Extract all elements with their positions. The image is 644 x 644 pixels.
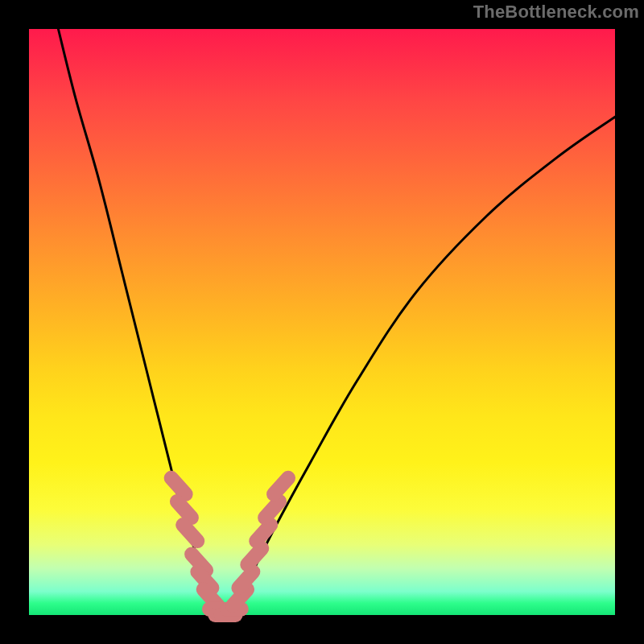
- watermark-text: TheBottleneck.com: [473, 2, 639, 23]
- marker-segment: [177, 502, 192, 518]
- marker-segment: [274, 478, 288, 494]
- bottleneck-curve: [58, 29, 615, 616]
- plot-area: [29, 29, 615, 615]
- marker-segment: [183, 525, 197, 541]
- highlight-markers: [171, 478, 288, 615]
- chart-svg: [29, 29, 615, 615]
- marker-segment: [171, 478, 186, 494]
- marker-segment: [265, 502, 279, 518]
- marker-segment: [247, 548, 262, 564]
- chart-stage: TheBottleneck.com: [0, 0, 644, 644]
